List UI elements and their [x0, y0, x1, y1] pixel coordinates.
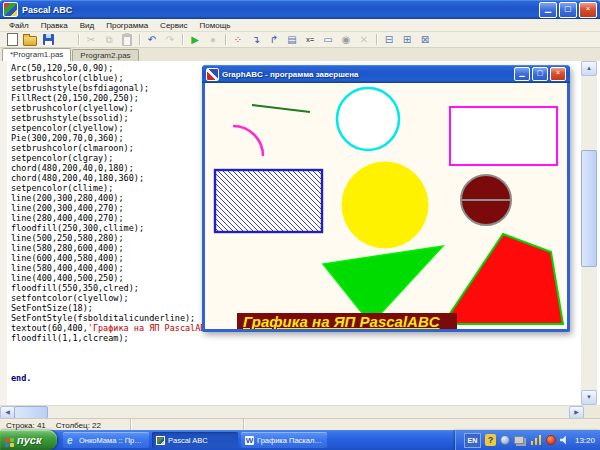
start-label: пуск [17, 434, 42, 446]
scrollbar-corner [584, 405, 600, 418]
task-label: Графика ПаскальАБ... [257, 436, 323, 445]
cascade-windows-button[interactable]: ⊞ [398, 33, 416, 47]
menu-service[interactable]: Сервис [154, 21, 193, 30]
code-line: setpencolor(clyellow); [11, 123, 226, 133]
ie-icon: e [67, 436, 76, 445]
step-out-button[interactable]: ↱ [265, 33, 283, 47]
open-file-button[interactable] [21, 33, 39, 47]
toolbar-separator [182, 34, 183, 45]
paste-button[interactable] [118, 33, 136, 47]
breakpoint-button-icon: ◉ [342, 33, 351, 47]
graphabc-minimize-button[interactable]: ▁ [514, 67, 530, 81]
close-file-button[interactable]: ✕ [355, 33, 373, 47]
help-tray-icon[interactable]: ? [485, 434, 496, 446]
code-line: chord(480,200,40,0,180); [11, 163, 226, 173]
antivirus-tray-icon[interactable] [546, 435, 556, 445]
toolbar-separator [225, 34, 226, 45]
scroll-up-button[interactable]: ▲ [581, 61, 597, 76]
magenta-rectangle-shape [450, 107, 557, 165]
tab-program2[interactable]: Program2.pas [72, 49, 138, 61]
code-line [11, 343, 226, 353]
modules-window-button[interactable]: ▤ [283, 33, 301, 47]
copy-button-icon: ⧉ [105, 33, 112, 47]
pascal-icon [156, 436, 165, 445]
task-pascal-abc[interactable]: Pascal ABC [152, 432, 238, 448]
menu-file[interactable]: Файл [3, 21, 35, 30]
menu-program[interactable]: Программа [100, 21, 154, 30]
windows-flag-icon [5, 438, 9, 442]
debug-step-button[interactable]: ⁘ [229, 33, 247, 47]
output-window-button[interactable]: ▭ [319, 33, 337, 47]
undo-button[interactable]: ↶ [143, 33, 161, 47]
code-text: Arc(50,120,50,0,90);setbrushcolor(clblue… [11, 63, 226, 383]
paste-button-icon [122, 34, 132, 46]
save-file-button-icon [43, 34, 54, 45]
hatched-rectangle-shape [215, 170, 322, 232]
code-line: FillRect(20,150,200,250); [11, 93, 226, 103]
network-tray-icon[interactable] [514, 436, 524, 444]
scroll-down-button[interactable]: ▼ [581, 390, 597, 405]
arrange-windows-button[interactable]: ⊠ [416, 33, 434, 47]
green-line-shape [252, 105, 310, 112]
graphabc-maximize-button[interactable]: ▢ [532, 67, 548, 81]
language-indicator[interactable]: EN [464, 433, 481, 448]
save-all-button[interactable] [57, 33, 75, 47]
task-document[interactable]: WГрафика ПаскальАБ... [241, 432, 327, 448]
maximize-button[interactable]: ▢ [559, 2, 577, 18]
code-line: setpencolor(cllime); [11, 183, 226, 193]
save-file-button[interactable] [39, 33, 57, 47]
code-line: line(600,400,580,400); [11, 253, 226, 263]
run-button[interactable]: ▶ [186, 33, 204, 47]
expression-panel-button-icon: x= [306, 33, 314, 47]
yellow-circle-shape [342, 162, 428, 248]
red-polygon-shape [443, 234, 563, 324]
vertical-scroll-thumb[interactable] [581, 150, 597, 267]
task-browser[interactable]: eОнкоМама :: Просмо... [63, 432, 149, 448]
breakpoint-button[interactable]: ◉ [337, 33, 355, 47]
code-line: setbrushstyle(bsfdiagonal); [11, 83, 226, 93]
menu-view[interactable]: Вид [74, 21, 100, 30]
undo-button-icon: ↶ [148, 33, 156, 47]
minimize-button[interactable]: ▁ [539, 2, 557, 18]
code-line [11, 363, 226, 373]
task-buttons: eОнкоМама :: Просмо...Pascal ABCWГрафика… [63, 432, 327, 448]
graphabc-canvas: Графика на ЯП PascalABC [205, 83, 567, 329]
pause-button-icon: ● [210, 33, 216, 47]
menu-help[interactable]: Помощь [194, 21, 237, 30]
copy-button[interactable]: ⧉ [100, 33, 118, 47]
graphabc-titlebar[interactable]: GraphABC - программа завершена ▁ ▢ × [202, 65, 570, 83]
redo-button-icon: ↷ [166, 33, 174, 47]
toolbar-separator [78, 34, 79, 45]
tile-windows-button[interactable]: ⊟ [380, 33, 398, 47]
step-into-button[interactable]: ↴ [247, 33, 265, 47]
close-button[interactable]: × [579, 2, 597, 18]
vertical-scrollbar[interactable]: ▲ ▼ [581, 61, 597, 405]
volume-tray-icon[interactable] [560, 436, 569, 445]
cut-button[interactable]: ✂ [82, 33, 100, 47]
horizontal-scrollbar[interactable]: ◀ ▶ [0, 405, 584, 419]
toolbar-separator [376, 34, 377, 45]
signal-tray-icon[interactable] [531, 435, 542, 445]
code-line: floodfill(550,350,clred); [11, 283, 226, 293]
code-line: line(400,400,500,250); [11, 273, 226, 283]
system-tray: EN ? 13:20 [455, 430, 600, 450]
taskbar: пуск eОнкоМама :: Просмо...Pascal ABCWГр… [0, 430, 600, 450]
tile-windows-button-icon: ⊟ [385, 33, 393, 47]
expression-panel-button[interactable]: x= [301, 33, 319, 47]
menu-edit[interactable]: Правка [35, 21, 74, 30]
word-icon: W [245, 436, 254, 445]
graphabc-app-icon [206, 68, 219, 81]
arrange-windows-button-icon: ⊠ [421, 33, 429, 47]
pause-button[interactable]: ● [204, 33, 222, 47]
code-line: line(280,400,400,270); [11, 213, 226, 223]
redo-button[interactable]: ↷ [161, 33, 179, 47]
messenger-tray-icon[interactable] [500, 435, 510, 445]
cascade-windows-button-icon: ⊞ [403, 33, 411, 47]
start-button[interactable]: пуск [0, 430, 57, 450]
tab-program1[interactable]: *Program1.pas [2, 48, 71, 61]
new-file-button[interactable] [3, 33, 21, 47]
pink-arc-shape [233, 126, 263, 156]
code-line: line(500,250,580,280); [11, 233, 226, 243]
menu-bar: ФайлПравкаВидПрограммаСервисПомощь [0, 19, 600, 32]
graphabc-close-button[interactable]: × [550, 67, 566, 81]
